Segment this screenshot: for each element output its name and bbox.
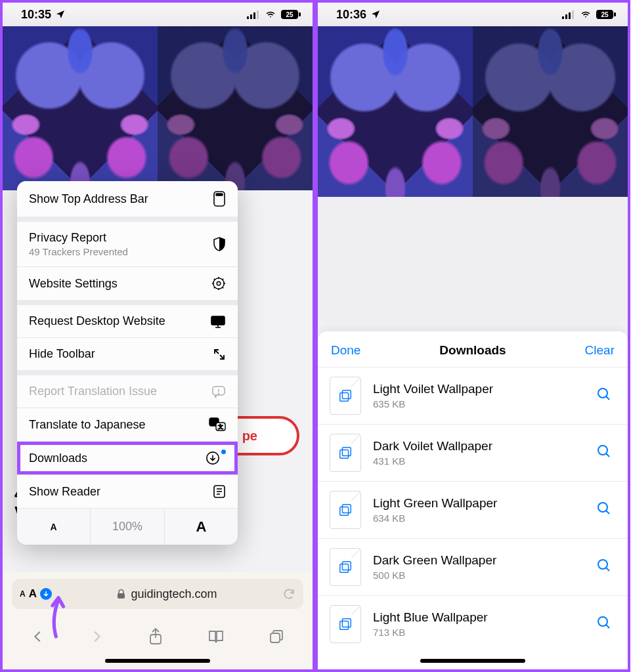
menu-report-translation: Report Translation Issue: [17, 375, 238, 408]
report-bubble-icon: [211, 385, 226, 398]
svg-rect-1: [250, 14, 252, 19]
svg-rect-43: [342, 505, 351, 513]
tabs-icon[interactable]: [269, 629, 284, 644]
home-indicator[interactable]: [105, 659, 210, 663]
svg-rect-38: [340, 450, 349, 458]
address-bar-top-icon: [213, 190, 226, 207]
file-image-icon: [330, 491, 361, 529]
menu-translate[interactable]: Translate to Japanese A文: [17, 408, 238, 442]
download-size: 431 KB: [373, 455, 580, 467]
downloads-list: Light Voilet Wallpaper635 KBDark Voilet …: [318, 367, 628, 652]
reveal-in-files-button[interactable]: [592, 497, 616, 523]
page-hero-image: [3, 26, 313, 190]
reveal-in-files-button[interactable]: [592, 440, 616, 466]
download-item[interactable]: Dark Voilet Wallpaper431 KB: [318, 424, 628, 481]
shield-half-icon: [213, 237, 226, 251]
cellular-icon: [247, 10, 260, 19]
menu-item-label: Hide Toolbar: [29, 347, 95, 361]
menu-item-sublabel: 49 Trackers Prevented: [29, 246, 128, 257]
svg-rect-24: [118, 593, 125, 598]
url-domain[interactable]: guidingtech.com: [60, 587, 274, 601]
menu-website-settings[interactable]: Website Settings: [17, 267, 238, 300]
download-badge-dot: [221, 450, 226, 454]
svg-point-36: [598, 388, 607, 398]
reveal-in-files-button[interactable]: [592, 554, 616, 580]
svg-rect-3: [257, 10, 259, 19]
svg-rect-11: [211, 316, 225, 325]
svg-text:25: 25: [601, 11, 609, 18]
download-size: 635 KB: [373, 398, 580, 410]
reader-icon: [213, 484, 226, 499]
lock-icon: [117, 589, 125, 599]
magnifier-icon: [596, 615, 612, 631]
file-image-icon: [330, 434, 361, 472]
menu-show-top-address-bar[interactable]: Show Top Address Bar: [17, 181, 238, 217]
svg-rect-2: [253, 12, 255, 19]
battery-icon: 25: [596, 10, 616, 19]
svg-rect-46: [340, 564, 349, 572]
cellular-icon: [562, 10, 575, 19]
wifi-icon: [579, 10, 592, 19]
text-size-percent[interactable]: 100%: [91, 509, 164, 545]
share-icon[interactable]: [148, 628, 163, 645]
back-icon[interactable]: [31, 629, 45, 644]
forward-icon[interactable]: [89, 629, 104, 644]
downloads-sheet: Done Downloads Clear Light Voilet Wallpa…: [318, 331, 628, 669]
status-time: 10:35: [21, 8, 51, 22]
done-button[interactable]: Done: [331, 343, 360, 358]
svg-point-48: [598, 560, 607, 569]
location-icon: [370, 9, 381, 20]
download-name: Light Blue Wallpaper: [373, 610, 580, 625]
svg-rect-26: [271, 633, 280, 642]
reveal-in-files-button[interactable]: [592, 383, 616, 409]
safari-aa-menu: Show Top Address Bar Privacy Report 49 T…: [17, 181, 238, 545]
translate-icon: A文: [209, 417, 226, 432]
expand-arrows-icon: [213, 348, 226, 361]
text-size-increase[interactable]: A: [165, 509, 238, 545]
svg-rect-32: [614, 12, 616, 16]
menu-show-reader[interactable]: Show Reader: [17, 475, 238, 508]
reload-icon[interactable]: [282, 587, 295, 600]
menu-hide-toolbar[interactable]: Hide Toolbar: [17, 338, 238, 370]
svg-line-41: [606, 453, 609, 457]
menu-item-label: Translate to Japanese: [29, 418, 145, 432]
menu-item-label: Downloads: [29, 452, 87, 465]
svg-rect-51: [342, 619, 351, 627]
svg-rect-0: [247, 16, 249, 19]
menu-item-label: Website Settings: [29, 277, 118, 291]
battery-icon: 25: [281, 10, 301, 19]
menu-item-label: Request Desktop Website: [29, 314, 165, 328]
menu-privacy-report[interactable]: Privacy Report 49 Trackers Prevented: [17, 222, 238, 267]
svg-rect-5: [299, 12, 301, 16]
clear-button[interactable]: Clear: [585, 343, 615, 358]
svg-text:25: 25: [286, 11, 294, 18]
download-item[interactable]: Light Blue Wallpaper713 KB: [318, 595, 628, 652]
download-circle-icon: [206, 451, 220, 465]
menu-item-label: Report Translation Issue: [29, 385, 157, 398]
annotation-arrow: [49, 591, 68, 643]
download-name: Light Green Wallpaper: [373, 496, 580, 511]
svg-point-14: [218, 393, 219, 394]
svg-rect-34: [340, 392, 349, 401]
phone-left: 10:35 25 pe 4 V Show Top Address Bar: [0, 0, 315, 672]
svg-rect-47: [342, 562, 351, 570]
svg-line-49: [606, 568, 609, 571]
menu-downloads[interactable]: Downloads: [17, 442, 238, 475]
page-background: [318, 197, 628, 322]
svg-line-37: [606, 396, 609, 400]
menu-item-label: Show Top Address Bar: [29, 192, 148, 206]
desktop-icon: [210, 315, 226, 328]
svg-rect-30: [572, 10, 574, 19]
page-hero-image: [318, 26, 628, 197]
menu-request-desktop[interactable]: Request Desktop Website: [17, 305, 238, 338]
download-item[interactable]: Light Voilet Wallpaper635 KB: [318, 367, 628, 424]
home-indicator[interactable]: [420, 659, 525, 663]
text-size-decrease[interactable]: A: [17, 509, 91, 545]
reveal-in-files-button[interactable]: [592, 611, 616, 637]
menu-item-label: Privacy Report: [29, 231, 128, 245]
download-item[interactable]: Dark Green Wallpaper500 KB: [318, 538, 628, 595]
download-item[interactable]: Light Green Wallpaper634 KB: [318, 481, 628, 538]
bookmarks-icon[interactable]: [207, 629, 225, 644]
aa-button[interactable]: AA: [20, 587, 52, 600]
svg-rect-39: [342, 448, 351, 456]
